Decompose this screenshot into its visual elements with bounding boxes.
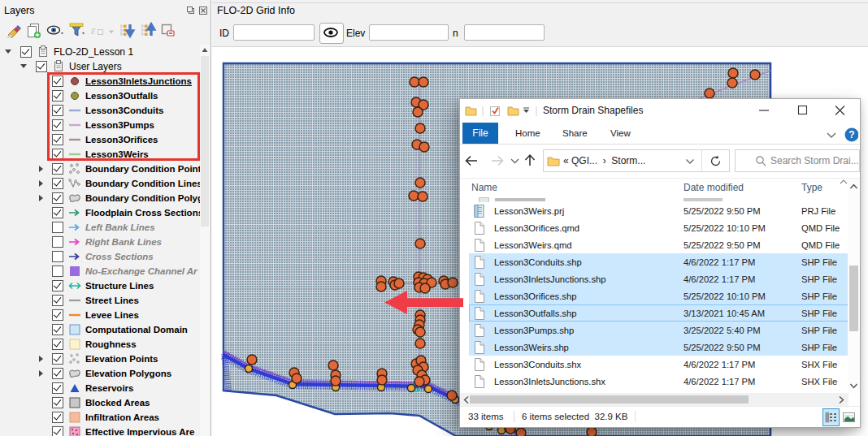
svg-text:?: ? <box>848 129 854 140</box>
